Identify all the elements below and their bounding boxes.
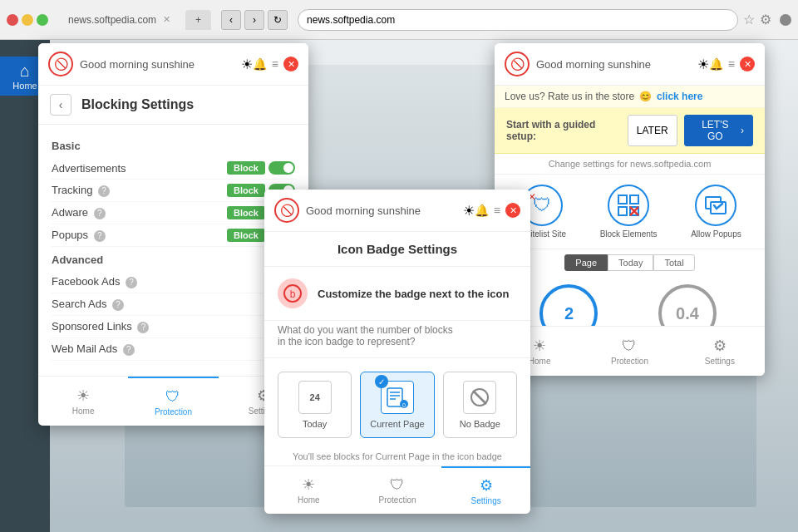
badge-settings-title: Icon Badge Settings [264, 232, 530, 267]
panel-greeting: Good morning sunshine [80, 58, 241, 71]
badge-home-nav-label: Home [298, 495, 320, 505]
window-max-button[interactable] [37, 14, 48, 26]
allow-popups-svg [704, 194, 727, 217]
badge-menu-icon[interactable]: ≡ [494, 204, 500, 217]
icon-badge-settings-panel: 🚫 Good morning sunshine ☀ 🔔 ≡ ✕ Icon Bad… [264, 190, 530, 514]
allow-popups-action[interactable]: Allow Popups [691, 185, 741, 239]
site-label: Change settings for news.softpedia.com [495, 154, 765, 175]
badge-nav-protection[interactable]: 🛡 Protection [353, 466, 442, 514]
stats-panel-logo: 🚫 [505, 52, 530, 76]
block-elements-action[interactable]: Block Elements [600, 185, 658, 239]
badge-bell-icon[interactable]: 🔔 [475, 204, 489, 217]
seconds-value: 0.4 [676, 304, 699, 323]
setting-tracking: Tracking ? Block [52, 180, 295, 202]
setting-advertisements: Advertisements Block [52, 157, 295, 180]
stats-settings-nav-icon: ⚙ [713, 337, 727, 355]
protection-nav-icon: 🛡 [165, 388, 180, 406]
setting-web-mail-ads: Web Mail Ads ? [52, 338, 295, 361]
header-icons: 🔔 ≡ ✕ [253, 57, 298, 71]
address-bar[interactable] [298, 9, 738, 31]
badge-option-no-badge[interactable]: No Badge [443, 372, 517, 438]
web-mail-ads-help[interactable]: ? [123, 344, 135, 356]
tab-total[interactable]: Total [653, 254, 694, 271]
browser-tab-active[interactable]: news.softpedia.com ✕ [58, 10, 180, 30]
stats-header-icons: 🔔 ≡ ✕ [709, 57, 755, 71]
tab-today[interactable]: Today [608, 254, 653, 271]
menu-icon[interactable]: ≡ [272, 57, 278, 71]
tracking-help[interactable]: ? [98, 185, 110, 197]
search-ads-label: Search Ads ? [52, 298, 124, 311]
badge-nav-settings[interactable]: ⚙ Settings [441, 466, 530, 514]
blocking-title-bar: ‹ Blocking Settings [38, 86, 308, 125]
stats-settings-nav-label: Settings [705, 357, 735, 366]
svg-text:b: b [290, 288, 296, 300]
badge-panel-header: 🚫 Good morning sunshine ☀ 🔔 ≡ ✕ [264, 190, 530, 232]
stats-nav-protection[interactable]: 🛡 Protection [584, 327, 674, 376]
forward-button[interactable]: › [244, 10, 264, 30]
svg-text:0: 0 [402, 402, 406, 408]
adware-help[interactable]: ? [94, 208, 106, 219]
back-button[interactable]: ‹ [221, 10, 241, 30]
search-ads-help[interactable]: ? [112, 299, 124, 311]
stats-footer-nav: ☀ Home 🛡 Protection ⚙ Settings [495, 326, 765, 376]
lets-go-button[interactable]: LET'S GO › [684, 115, 753, 146]
block-elements-icon [608, 185, 649, 226]
advertisements-switch[interactable] [268, 161, 295, 175]
badge-option-today[interactable]: 24 Today [278, 372, 352, 438]
facebook-ads-help[interactable]: ? [126, 277, 137, 288]
badge-option-current-page[interactable]: ✓ 0 Current Page [360, 372, 434, 438]
rate-us-bar: Love us? Rate us in the store 😊 click he… [495, 86, 765, 108]
bell-icon[interactable]: 🔔 [253, 57, 267, 71]
current-page-svg: 0 [386, 386, 409, 409]
sun-icon: ☀ [241, 57, 253, 72]
no-badge-option-icon [463, 381, 496, 414]
current-page-option-label: Current Page [370, 419, 424, 429]
nav-protection[interactable]: 🛡 Protection [128, 377, 218, 426]
popups-help[interactable]: ? [94, 230, 106, 242]
sponsored-links-help[interactable]: ? [137, 322, 149, 333]
badge-sun-icon: ☀ [463, 203, 475, 219]
window-min-button[interactable] [22, 14, 33, 26]
customize-desc-line1: What do you want the number of blocks [278, 324, 453, 336]
stats-bell-icon[interactable]: 🔔 [709, 57, 723, 71]
reload-button[interactable]: ↻ [268, 10, 288, 30]
close-button[interactable]: ✕ [283, 57, 298, 71]
svg-rect-0 [618, 195, 627, 204]
browser-tab-new[interactable]: + [185, 10, 211, 30]
stats-panel: 🚫 Good morning sunshine ☀ 🔔 ≡ ✕ Love us?… [495, 43, 765, 376]
badge-close-button[interactable]: ✕ [505, 203, 520, 218]
badge-options: 24 Today ✓ 0 Current Page [264, 358, 530, 451]
section-basic-label: Basic [52, 140, 295, 152]
current-page-check: ✓ [375, 375, 388, 388]
back-button[interactable]: ‹ [50, 94, 71, 116]
tab-close[interactable]: ✕ [163, 14, 170, 25]
stats-close-button[interactable]: ✕ [740, 57, 755, 71]
tab-page[interactable]: Page [564, 254, 608, 271]
badge-header-icons: 🔔 ≡ ✕ [475, 203, 520, 218]
nav-home[interactable]: ☀ Home [38, 377, 128, 426]
adware-label: Adware ? [52, 206, 106, 219]
badge-customize-svg: b [283, 283, 303, 303]
customize-text-block: Customize the badge next to the icon [318, 288, 509, 300]
click-here-link[interactable]: click here [657, 91, 702, 102]
advertisements-label: Advertisements [52, 162, 126, 175]
later-button[interactable]: LATER [628, 115, 677, 146]
bookmark-icon[interactable]: ☆ [743, 12, 755, 27]
emoji-icon: 😊 [639, 91, 652, 102]
panel-header: 🚫 Good morning sunshine ☀ 🔔 ≡ ✕ [38, 43, 308, 86]
browser-chrome: news.softpedia.com ✕ + ‹ › ↻ ☆ ⚙ [0, 0, 798, 40]
stats-protection-nav-icon: 🛡 [622, 337, 637, 355]
setting-sponsored-links: Sponsored Links ? [52, 316, 295, 338]
badge-protection-nav-icon: 🛡 [390, 476, 405, 494]
stats-nav-settings[interactable]: ⚙ Settings [675, 327, 765, 376]
badge-nav-home[interactable]: ☀ Home [264, 466, 353, 514]
stats-menu-icon[interactable]: ≡ [728, 57, 735, 71]
block-elements-label: Block Elements [600, 229, 658, 239]
profile-icon[interactable] [780, 14, 791, 26]
tab-label: news.softpedia.com [68, 14, 156, 26]
stats-home-nav-icon: ☀ [533, 337, 546, 355]
customize-title: Customize the badge next to the icon [318, 288, 509, 300]
no-badge-option-label: No Badge [460, 419, 500, 429]
window-close-button[interactable] [7, 14, 18, 26]
extensions-icon[interactable]: ⚙ [760, 12, 771, 27]
